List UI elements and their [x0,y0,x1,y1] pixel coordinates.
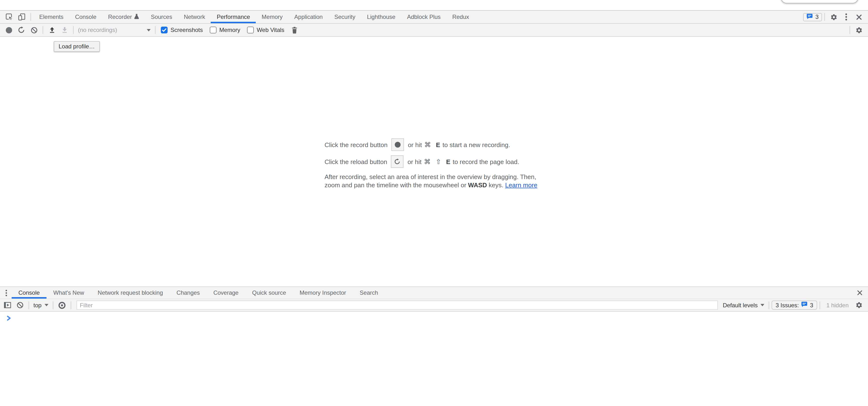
tab-label: Quick source [252,290,286,296]
issues-count: 3 [815,13,818,20]
separator [29,301,29,309]
recordings-dropdown-value: (no recordings) [78,27,117,33]
live-expression-eye-icon[interactable] [56,299,68,311]
floating-pill [781,0,858,3]
clear-recordings-icon[interactable] [28,24,40,36]
checkbox-label: Memory [219,27,240,33]
filter-input[interactable] [76,301,718,310]
checkbox-label: Web Vitals [257,27,284,33]
inspect-element-button[interactable] [3,11,16,23]
devtools-window: Elements Console Recorder Sources Networ… [0,0,868,406]
trash-icon[interactable] [288,24,301,36]
drawer-tab-quick-source[interactable]: Quick source [245,287,293,299]
drawer-tab-changes[interactable]: Changes [170,287,207,299]
drawer-tab-network-request-blocking[interactable]: Network request blocking [91,287,169,299]
tab-lighthouse[interactable]: Lighthouse [361,11,401,23]
tab-redux[interactable]: Redux [446,11,475,23]
more-options-icon[interactable] [840,11,852,23]
hidden-messages-count: 1 hidden [826,302,848,308]
show-console-sidebar-icon[interactable] [1,299,13,311]
chevron-down-icon [761,304,764,306]
drawer-tabbar: Console What's New Network request block… [0,286,868,299]
separator [769,301,769,309]
tab-adblock-plus[interactable]: Adblock Plus [401,11,446,23]
close-drawer-icon[interactable] [854,286,866,299]
record-button-illustration[interactable] [392,138,404,151]
performance-empty-state: Click the record button or hit ⌘ E to st… [324,134,544,189]
load-profile-icon[interactable] [45,24,58,36]
performance-panel: Load profile… Click the record button or… [0,37,868,286]
checkbox-unchecked-icon [247,27,254,33]
reload-instruction-row: Click the reload button or hit ⌘ ⇧ E to … [324,155,544,168]
checkbox-unchecked-icon [210,27,216,33]
reload-button-illustration[interactable] [391,155,404,168]
clear-console-icon[interactable] [13,299,26,311]
javascript-context-dropdown[interactable]: top [31,302,50,308]
capture-settings-gear-icon[interactable] [852,24,865,36]
recordings-dropdown[interactable]: (no recordings) [76,25,153,35]
record-icon [6,27,12,33]
tab-elements[interactable]: Elements [33,11,69,23]
drawer-tab-coverage[interactable]: Coverage [207,287,245,299]
web-vitals-checkbox[interactable]: Web Vitals [247,27,284,33]
tab-label: Console [75,13,96,20]
shift-key-glyph: ⇧ [436,158,441,166]
wasd-keys: WASD [468,181,487,189]
console-settings-gear-icon[interactable] [852,299,865,311]
tab-network[interactable]: Network [178,11,211,23]
tab-application[interactable]: Application [288,11,329,23]
hint-text: keys. [487,181,505,189]
tab-security[interactable]: Security [329,11,361,23]
perf-toolbar-right [847,24,868,36]
settings-gear-icon[interactable] [827,11,840,23]
performance-toolbar: (no recordings) Screenshots Memory Web V… [0,24,868,37]
log-levels-dropdown[interactable]: Default levels [721,302,766,308]
drawer-tab-memory-inspector[interactable]: Memory Inspector [293,287,353,299]
save-profile-icon[interactable] [58,24,71,36]
record-button[interactable] [2,24,15,36]
console-messages-area[interactable] [0,312,868,406]
separator [73,26,73,34]
context-value: top [33,302,41,308]
drawer-tab-whats-new[interactable]: What's New [46,287,91,299]
tab-recorder[interactable]: Recorder [102,11,145,23]
device-toolbar-button[interactable] [16,11,28,23]
usage-hint: After recording, select an area of inter… [324,173,544,189]
screenshots-checkbox[interactable]: Screenshots [161,27,203,33]
tab-label: Console [19,290,40,296]
more-tools-icon[interactable] [1,286,11,299]
learn-more-link[interactable]: Learn more [505,181,537,189]
tab-label: Network [184,13,205,20]
issues-count: 3 [810,302,813,308]
tab-label: Security [334,13,355,20]
tab-sources[interactable]: Sources [145,11,178,23]
tab-label: Changes [177,290,200,296]
tab-label: Coverage [213,290,239,296]
tabbar-right-controls: 3 [803,11,868,23]
issues-counter-button[interactable]: 3 [803,13,822,21]
close-devtools-icon[interactable] [852,11,865,23]
tab-label: Application [294,13,322,20]
drawer-tab-console[interactable]: Console [11,287,46,299]
tab-label: Memory [261,13,283,20]
drawer-tab-search[interactable]: Search [353,287,385,299]
memory-checkbox[interactable]: Memory [210,27,240,33]
speech-bubble-icon [801,302,808,309]
experiment-flask-icon [134,13,139,21]
issues-label: 3 Issues: [775,302,799,308]
tab-performance[interactable]: Performance [211,11,256,23]
tab-console[interactable]: Console [69,11,102,23]
tab-label: Redux [452,13,469,20]
cmd-key-glyph: ⌘ [424,141,431,148]
record-instruction-row: Click the record button or hit ⌘ E to st… [324,138,544,151]
console-prompt[interactable] [0,312,868,321]
instruction-text: Click the reload button [324,158,387,165]
chevron-down-icon [147,29,151,31]
tab-memory[interactable]: Memory [256,11,288,23]
instruction-text: to start a new recording. [442,141,510,148]
load-profile-tooltip: Load profile… [54,41,99,52]
issues-button[interactable]: 3 Issues: 3 [772,301,817,310]
checkbox-label: Screenshots [170,27,203,33]
tab-label: Network request blocking [98,290,163,296]
reload-and-record-button[interactable] [15,24,28,36]
